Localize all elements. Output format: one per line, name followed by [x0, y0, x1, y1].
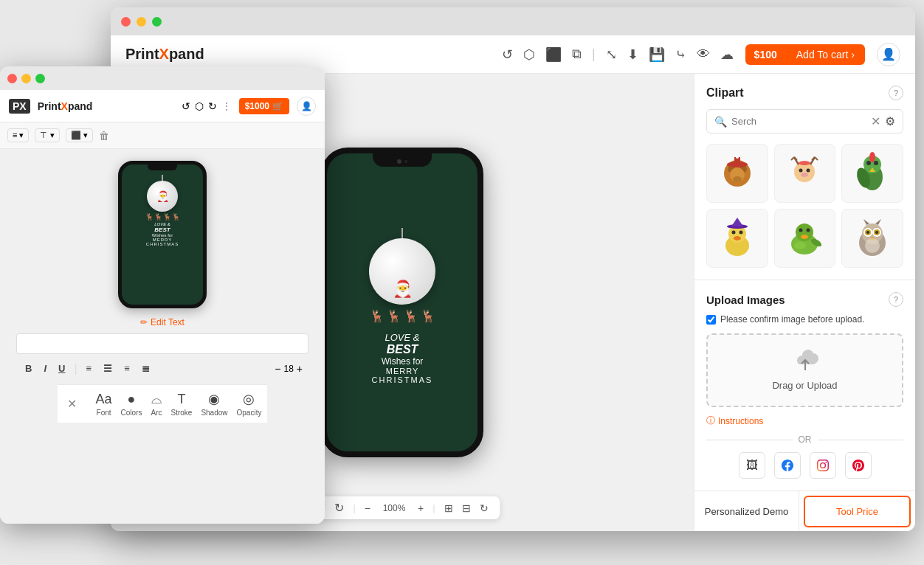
align-center-text-btn[interactable]: ☰ [100, 361, 115, 375]
svg-point-22 [866, 161, 871, 165]
clipart-search-bar: 🔍 ✕ ⚙ [706, 109, 903, 134]
search-clear-icon[interactable]: ✕ [871, 114, 880, 128]
floppy-icon[interactable]: 💾 [649, 46, 665, 63]
phone-preview-small: 🎅 🦌🦌🦌🦌 LOVE & BEST Wishes for MERRY CHRI… [118, 161, 207, 308]
clipart-item-6[interactable] [841, 209, 903, 268]
clipart-item-3[interactable] [841, 144, 903, 203]
clipart-item-5[interactable] [774, 209, 836, 268]
clipart-item-2[interactable] [774, 144, 836, 203]
inner-layers-icon[interactable]: ⬡ [195, 100, 204, 112]
stroke-tool[interactable]: T Stroke [170, 392, 192, 417]
download-icon[interactable]: ⬇ [627, 46, 638, 63]
svg-marker-42 [863, 219, 869, 225]
pinterest-upload-icon[interactable] [845, 452, 872, 479]
rotate-canvas-button[interactable]: ↻ [480, 502, 489, 514]
clipart-svg-2 [782, 151, 827, 195]
instructions-link[interactable]: ⓘ Instructions [706, 415, 903, 427]
arc-tool[interactable]: ⌓ Arc [151, 392, 162, 417]
svg-marker-29 [731, 218, 743, 226]
italic-button[interactable]: I [41, 361, 49, 375]
clipart-item-1[interactable] [706, 144, 768, 203]
maximize-button-inner[interactable] [35, 74, 45, 83]
duplicate-icon[interactable]: ⧉ [572, 46, 582, 62]
user-avatar[interactable]: 👤 [877, 43, 900, 66]
minimize-button-outer[interactable] [137, 17, 146, 27]
colors-tool[interactable]: ● Colors [121, 392, 142, 417]
small-ornament: 🎅 [147, 181, 178, 212]
inner-undo-icon[interactable]: ↺ [182, 100, 190, 112]
clipart-help-icon[interactable]: ? [889, 86, 903, 100]
svg-point-23 [874, 161, 878, 165]
delete-btn[interactable]: 🗑 [99, 130, 109, 142]
clipart-svg-4 [715, 216, 759, 260]
arc-icon: ⌓ [151, 392, 162, 407]
shadow-tool[interactable]: ◉ Shadow [201, 391, 227, 417]
undo-icon[interactable]: ↺ [502, 46, 513, 63]
edit-text-link[interactable]: ✏ Edit Text [140, 317, 185, 327]
align-left-text-btn[interactable]: ≡ [83, 361, 95, 375]
font-size-plus[interactable]: + [297, 363, 303, 375]
share-icon[interactable]: ⤷ [675, 46, 686, 63]
font-size-minus[interactable]: − [275, 363, 280, 375]
resize-icon[interactable]: ⤡ [606, 46, 617, 63]
facebook-upload-icon[interactable] [774, 452, 801, 479]
grid-icon[interactable]: ⊞ [444, 502, 453, 514]
personalized-demo-button[interactable]: Personalized Demo [694, 491, 799, 531]
inner-refresh-icon[interactable]: ↻ [208, 100, 217, 112]
align-left-btn[interactable]: ≡ ▾ [7, 128, 29, 142]
justify-text-btn[interactable]: ≣ [139, 361, 153, 375]
price-button[interactable]: $100 [745, 44, 786, 65]
underline-button[interactable]: U [55, 361, 68, 375]
close-button-outer[interactable] [121, 17, 131, 27]
clipart-item-4[interactable] [706, 209, 768, 268]
cloud-icon[interactable]: ☁ [720, 46, 734, 63]
shadow-label: Shadow [201, 409, 227, 417]
inner-nav-icons: ↺ ⬡ ↻ ⋮ [182, 100, 232, 112]
table-icon[interactable]: ⊟ [462, 502, 471, 514]
close-tools-button[interactable]: ✕ [63, 395, 81, 413]
redo-canvas-button[interactable]: ↻ [334, 501, 344, 515]
inner-user-avatar[interactable]: 👤 [297, 97, 316, 116]
close-button-inner[interactable] [7, 74, 17, 83]
svg-point-4 [733, 176, 742, 182]
clipart-svg-1 [715, 151, 759, 195]
stroke-label: Stroke [170, 409, 192, 417]
confirm-checkbox[interactable] [706, 315, 716, 325]
christmas-text: CHRISTMAS [372, 375, 433, 384]
inner-more-icon[interactable]: ⋮ [221, 100, 232, 112]
layer-btn[interactable]: ⬛ ▾ [66, 128, 93, 142]
font-size-value: 18 [283, 364, 293, 374]
upload-title-row: Upload Images ? [706, 292, 903, 307]
font-tool[interactable]: Aa Font [96, 392, 112, 417]
upload-dropzone[interactable]: Drag or Upload [706, 333, 903, 407]
zoom-out-button[interactable]: − [365, 502, 370, 514]
upload-help-icon[interactable]: ? [889, 292, 903, 307]
xmas-text-large: LOVE & BEST Wishes for MERRY CHRISTMAS [372, 332, 433, 384]
tool-price-button[interactable]: Tool Price [804, 496, 911, 527]
text-format-toolbar: B I U | ≡ ☰ ≡ ≣ − 18 + [16, 358, 308, 378]
maximize-button-outer[interactable] [152, 17, 162, 27]
search-icon: 🔍 [714, 116, 727, 128]
inner-canvas: 🎅 🦌🦌🦌🦌 LOVE & BEST Wishes for MERRY CHRI… [0, 149, 325, 524]
clipart-svg-3 [850, 151, 894, 195]
save-icon[interactable]: ⬛ [545, 46, 562, 63]
text-edit-input[interactable] [16, 333, 308, 354]
clipart-header: Clipart ? [706, 86, 903, 100]
add-to-cart-button[interactable]: Add To cart › [786, 44, 865, 65]
inner-browser: PX PrintXpand ↺ ⬡ ↻ ⋮ $1000 🛒 👤 ≡ ▾ ⊤ ▾ … [0, 66, 325, 524]
instagram-upload-icon[interactable] [810, 452, 836, 479]
cart-arrow-icon: › [851, 49, 855, 60]
arc-label: Arc [151, 409, 162, 417]
zoom-in-button[interactable]: + [418, 502, 424, 514]
align-right-text-btn[interactable]: ≡ [121, 361, 133, 375]
align-top-btn[interactable]: ⊤ ▾ [35, 128, 59, 142]
clipart-search-input[interactable] [731, 116, 866, 127]
eye-icon[interactable]: 👁 [697, 46, 710, 62]
inner-price-button[interactable]: $1000 🛒 [239, 98, 289, 114]
minimize-button-inner[interactable] [21, 74, 31, 83]
opacity-tool[interactable]: ◎ Opacity [237, 391, 262, 417]
filter-icon[interactable]: ⚙ [885, 114, 895, 128]
layers-icon[interactable]: ⬡ [523, 46, 535, 63]
gallery-upload-icon[interactable]: 🖼 [739, 452, 765, 479]
bold-button[interactable]: B [22, 361, 35, 375]
